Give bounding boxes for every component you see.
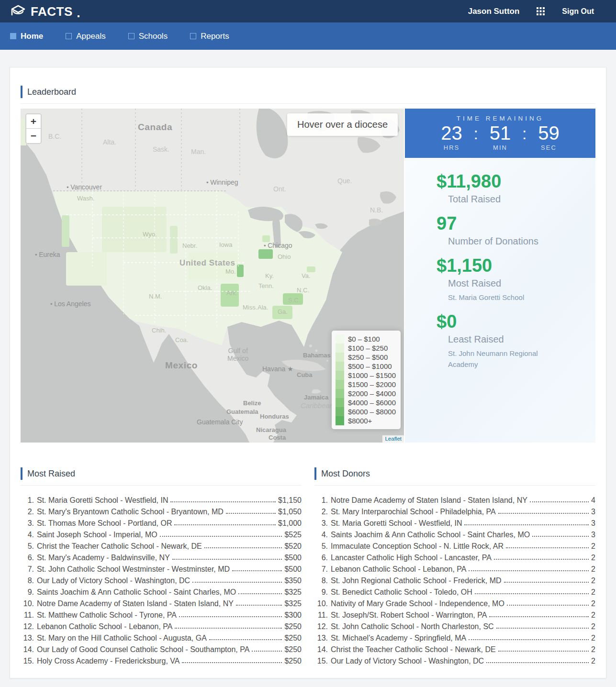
apps-grid-icon[interactable] bbox=[537, 7, 545, 15]
list-item: 12.Lebanon Catholic School - Lebanon, PA… bbox=[21, 620, 302, 631]
appeals-tab-icon bbox=[66, 33, 72, 39]
timer-hours: 23 bbox=[437, 122, 467, 144]
list-item: 5.Christ the Teacher Catholic School - N… bbox=[21, 539, 302, 551]
leader-dots bbox=[182, 662, 282, 663]
item-value: 3 bbox=[591, 519, 595, 528]
most-raised-title: Most Raised bbox=[27, 469, 75, 479]
item-name: St. John Regional Catholic School - Fred… bbox=[331, 576, 502, 585]
item-name: St. Mary's Academy - Baldwinsville, NY bbox=[37, 554, 170, 562]
nav-item-appeals[interactable]: Appeals bbox=[66, 32, 105, 41]
item-value: 2 bbox=[591, 657, 595, 665]
item-name: Saint Joseph School - Imperial, MO bbox=[37, 531, 157, 539]
list-item: 3.St. Thomas More School - Portland, OR$… bbox=[21, 516, 302, 528]
legend-label: $250 – $500 bbox=[348, 353, 388, 361]
legend-swatch bbox=[336, 407, 344, 416]
item-value: $1,050 bbox=[278, 508, 302, 516]
list-item: 3.St. Maria Goretti School - Westfield, … bbox=[314, 516, 595, 528]
item-name: Christ the Teacher Catholic School - New… bbox=[331, 645, 496, 654]
list-item: 10.Nativity of Mary Grade School - Indep… bbox=[314, 597, 595, 608]
nav-item-home[interactable]: Home bbox=[10, 32, 43, 41]
leader-dots bbox=[494, 559, 589, 560]
legend-label: $100 – $250 bbox=[348, 344, 388, 352]
leaflet-link[interactable]: Leaflet bbox=[385, 436, 402, 442]
stat-total-raised: $11,980 Total Raised bbox=[437, 170, 586, 205]
item-name: Our Lady of Victory School - Washington,… bbox=[331, 657, 484, 665]
sign-out-button[interactable]: Sign Out bbox=[562, 7, 594, 16]
stat-school-name: St. John Neumann Regional Academy bbox=[448, 348, 556, 370]
legend-swatch bbox=[336, 334, 344, 344]
zoom-in-button[interactable]: + bbox=[26, 114, 41, 129]
nav-item-schools[interactable]: Schools bbox=[128, 32, 168, 41]
item-rank: 3. bbox=[314, 519, 328, 528]
title-accent-bar bbox=[314, 467, 316, 480]
leader-dots bbox=[160, 536, 282, 537]
item-name: St. Mary's Bryantown Catholic School - B… bbox=[37, 508, 224, 516]
item-rank: 12. bbox=[314, 622, 328, 631]
timer-minutes-label: MIN bbox=[485, 144, 515, 151]
timer-separator: : bbox=[474, 122, 478, 151]
item-rank: 5. bbox=[21, 542, 34, 551]
leader-dots bbox=[192, 582, 282, 583]
legend-swatch bbox=[336, 362, 344, 371]
item-value: 2 bbox=[591, 576, 595, 585]
timer-minutes: 51 bbox=[485, 122, 515, 144]
zoom-out-button[interactable]: − bbox=[26, 129, 41, 143]
item-value: $520 bbox=[284, 542, 302, 551]
brand-logo[interactable]: FACTS bbox=[10, 4, 79, 19]
leader-dots bbox=[179, 616, 282, 617]
legend-label: $6000 – $8000 bbox=[348, 408, 396, 416]
leader-dots bbox=[530, 501, 589, 502]
item-rank: 11. bbox=[314, 611, 328, 620]
legend-label: $8000+ bbox=[348, 417, 372, 425]
item-name: St. John Catholic School Westminster - W… bbox=[37, 565, 230, 574]
item-value: $525 bbox=[284, 531, 302, 539]
item-rank: 9. bbox=[314, 588, 328, 597]
lists-row: Most Raised 1.St. Maria Goretti School -… bbox=[21, 467, 595, 665]
list-item: 2.St. Mary Interparochial School - Phila… bbox=[314, 505, 595, 516]
item-rank: 1. bbox=[21, 496, 34, 505]
legend-swatch bbox=[336, 380, 344, 389]
leader-dots bbox=[236, 605, 282, 606]
list-item: 6.St. Mary's Academy - Baldwinsville, NY… bbox=[21, 551, 302, 562]
nav-item-reports[interactable]: Reports bbox=[190, 32, 229, 41]
page-title: Leaderboard bbox=[27, 87, 76, 97]
nav-item-label: Home bbox=[21, 32, 43, 41]
stat-label: Least Raised bbox=[448, 334, 586, 345]
item-name: St. Matthew Catholic School - Tyrone, PA bbox=[37, 611, 177, 620]
stat-value: $11,980 bbox=[437, 170, 586, 192]
item-name: Notre Dame Academy of Staten Island - St… bbox=[331, 496, 527, 505]
item-rank: 6. bbox=[21, 554, 34, 562]
item-name: St. Maria Goretti School - Westfield, IN bbox=[37, 496, 168, 505]
nav-item-label: Appeals bbox=[76, 32, 105, 41]
item-value: 2 bbox=[591, 645, 595, 654]
item-rank: 10. bbox=[21, 599, 34, 608]
legend-label: $1500 – $2000 bbox=[348, 380, 396, 388]
legend-row: $2000 – $4000 bbox=[336, 389, 396, 398]
item-value: 2 bbox=[591, 599, 595, 608]
most-donors-title: Most Donors bbox=[321, 469, 370, 479]
item-value: 2 bbox=[591, 554, 595, 562]
leader-dots bbox=[175, 628, 282, 629]
item-name: St. Thomas More School - Portland, OR bbox=[37, 519, 172, 528]
list-item: 14.Christ the Teacher Catholic School - … bbox=[314, 643, 595, 654]
leaflet-attribution: Leaflet bbox=[382, 435, 404, 443]
item-name: St. Benedict Catholic School - Toledo, O… bbox=[331, 588, 472, 597]
nav-item-label: Reports bbox=[201, 32, 229, 41]
item-rank: 6. bbox=[314, 554, 328, 562]
leader-dots bbox=[464, 524, 589, 525]
timer-hours-col: 23 HRS bbox=[437, 122, 467, 151]
list-item: 8.St. John Regional Catholic School - Fr… bbox=[314, 574, 595, 585]
timer-separator: : bbox=[522, 122, 526, 151]
user-name[interactable]: Jason Sutton bbox=[468, 7, 520, 16]
leader-dots bbox=[204, 547, 282, 548]
legend-label: $500 – $1000 bbox=[348, 362, 392, 370]
item-rank: 8. bbox=[21, 576, 34, 585]
list-item: 4.Saint Joseph School - Imperial, MO$525 bbox=[21, 528, 302, 539]
list-item: 7.St. John Catholic School Westminster -… bbox=[21, 562, 302, 574]
item-name: St. Maria Goretti School - Westfield, IN bbox=[331, 519, 462, 528]
diocese-map[interactable]: Canada B.C. Alta. Sask. Man. Ont. Que. N… bbox=[21, 109, 404, 443]
item-name: St. Mary on the Hill Catholic School - A… bbox=[37, 634, 207, 643]
map-zoom-control: + − bbox=[25, 113, 42, 144]
item-value: 2 bbox=[591, 622, 595, 631]
item-name: Holy Cross Academy - Fredericksburg, VA bbox=[37, 657, 179, 665]
